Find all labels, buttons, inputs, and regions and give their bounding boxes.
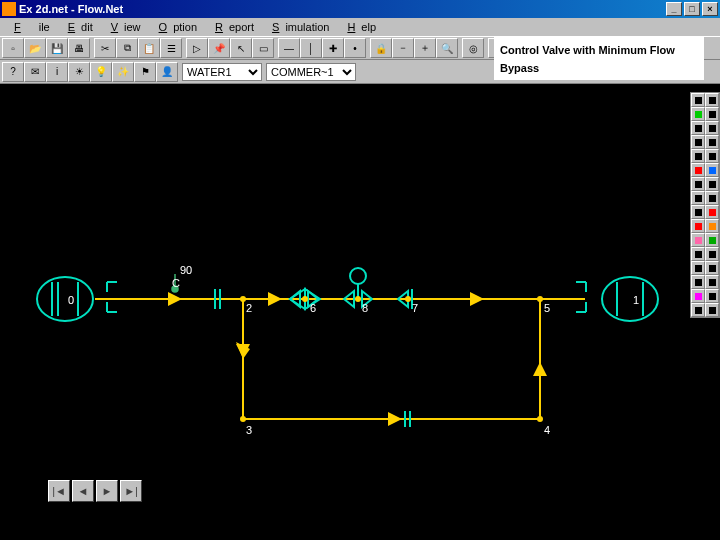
nav-prev-button[interactable]: ◄ xyxy=(72,480,94,502)
palette-omega-button[interactable] xyxy=(705,177,719,191)
svg-point-43 xyxy=(302,296,308,302)
bulb-button[interactable]: 💡 xyxy=(90,62,112,82)
menu-edit[interactable]: Edit xyxy=(56,20,99,34)
paste-icon: 📋 xyxy=(143,43,155,54)
menu-report[interactable]: Report xyxy=(203,20,260,34)
menu-view[interactable]: View xyxy=(99,20,147,34)
close-button[interactable]: × xyxy=(702,2,718,16)
svg-point-45 xyxy=(405,296,411,302)
nav-first-button[interactable]: |◄ xyxy=(48,480,70,502)
palette-blank-button[interactable] xyxy=(705,191,719,205)
node-button[interactable]: • xyxy=(344,38,366,58)
node-label-4: 4 xyxy=(544,424,550,436)
flag-button[interactable]: ⚑ xyxy=(134,62,156,82)
mix-icon xyxy=(709,265,716,272)
nav-last-button[interactable]: ►| xyxy=(120,480,142,502)
nav-controls: |◄ ◄ ► ►| xyxy=(48,480,142,502)
svg-point-44 xyxy=(355,296,361,302)
palette-burst-blue-button[interactable] xyxy=(705,163,719,177)
select-box-button[interactable]: ▭ xyxy=(252,38,274,58)
window-title: Ex 2d.net - Flow.Net xyxy=(19,3,664,15)
palette-red-up-button[interactable] xyxy=(705,205,719,219)
zoom-in-button[interactable]: ＋ xyxy=(414,38,436,58)
palette-pipe-button[interactable] xyxy=(691,121,705,135)
minimize-button[interactable]: _ xyxy=(666,2,682,16)
palette-arrow-button[interactable] xyxy=(691,93,705,107)
save-button[interactable]: 💾 xyxy=(46,38,68,58)
target-button[interactable]: ◎ xyxy=(462,38,484,58)
paste-button[interactable]: 📋 xyxy=(138,38,160,58)
open-file-button[interactable]: 📂 xyxy=(24,38,46,58)
palette-square-button[interactable] xyxy=(705,93,719,107)
palette-tank-button[interactable] xyxy=(705,149,719,163)
print-button[interactable]: 🖶 xyxy=(68,38,90,58)
sun-button[interactable]: ☀ xyxy=(68,62,90,82)
new-file-button[interactable]: ▫ xyxy=(2,38,24,58)
palette-green-x-button[interactable] xyxy=(705,233,719,247)
palette-blank3-button[interactable] xyxy=(705,303,719,317)
nav-next-button[interactable]: ► xyxy=(96,480,118,502)
select-box-icon: ▭ xyxy=(259,43,268,54)
palette-comp-button[interactable] xyxy=(691,177,705,191)
tree-button[interactable]: ☰ xyxy=(160,38,182,58)
zoom-out-button[interactable]: － xyxy=(392,38,414,58)
temp-value: 90 xyxy=(180,264,192,276)
tip-icon: ✉ xyxy=(31,66,39,77)
hline-button[interactable]: — xyxy=(278,38,300,58)
pushpin-icon: 📌 xyxy=(213,43,225,54)
sun-icon: ☀ xyxy=(75,66,84,77)
target-icon: ◎ xyxy=(469,43,478,54)
palette-pump-button[interactable] xyxy=(705,135,719,149)
palette-blank2-button[interactable] xyxy=(705,289,719,303)
tip-button[interactable]: ✉ xyxy=(24,62,46,82)
palette-chart-button[interactable] xyxy=(691,275,705,289)
palette-burst-red-button[interactable] xyxy=(691,163,705,177)
cv-icon xyxy=(695,139,702,146)
vline-button[interactable]: │ xyxy=(300,38,322,58)
palette-tank2-button[interactable] xyxy=(691,247,705,261)
palette-valve-button[interactable] xyxy=(705,121,719,135)
zoom-out-icon: － xyxy=(398,41,408,55)
palette-wave-button[interactable] xyxy=(691,191,705,205)
palette-mix-button[interactable] xyxy=(705,261,719,275)
green-x-icon xyxy=(709,237,716,244)
palette-pink-button[interactable] xyxy=(691,233,705,247)
node-label-6: 6 xyxy=(310,302,316,314)
svg-point-47 xyxy=(240,416,246,422)
pointer-button[interactable]: ↖ xyxy=(230,38,252,58)
hx-icon xyxy=(709,251,716,258)
profile-combo[interactable]: COMMER~1 xyxy=(266,63,356,81)
palette-red-sq-button[interactable] xyxy=(691,219,705,233)
palette-circle-green-button[interactable] xyxy=(691,107,705,121)
square-icon xyxy=(709,97,716,104)
fluid-combo[interactable]: WATER1 xyxy=(182,63,262,81)
diagram-canvas[interactable]: 90 C 0 2 6 8 7 5 1 3 4 xyxy=(0,84,690,504)
copy-button[interactable]: ⧉ xyxy=(116,38,138,58)
palette-hx-button[interactable] xyxy=(705,247,719,261)
palette-cv-button[interactable] xyxy=(691,135,705,149)
node-label-2: 2 xyxy=(246,302,252,314)
palette-curve-button[interactable] xyxy=(691,205,705,219)
zoom-lock-button[interactable]: 🔒 xyxy=(370,38,392,58)
menu-option[interactable]: Option xyxy=(147,20,203,34)
person-button[interactable]: 👤 xyxy=(156,62,178,82)
palette-flag-p-button[interactable] xyxy=(691,289,705,303)
palette-N-button[interactable] xyxy=(705,107,719,121)
palette-orange-button[interactable] xyxy=(705,219,719,233)
wand-button[interactable]: ✨ xyxy=(112,62,134,82)
menu-simulation[interactable]: Simulation xyxy=(260,20,335,34)
pipe-cross-button[interactable]: ✚ xyxy=(322,38,344,58)
find-button[interactable]: 🔍 xyxy=(436,38,458,58)
menu-help[interactable]: Help xyxy=(335,20,382,34)
palette-split-button[interactable] xyxy=(691,261,705,275)
palette-end-button[interactable] xyxy=(705,275,719,289)
menu-file[interactable]: File xyxy=(2,20,56,34)
help-button[interactable]: ? xyxy=(2,62,24,82)
info-button[interactable]: i xyxy=(46,62,68,82)
cut-button[interactable]: ✂ xyxy=(94,38,116,58)
play-button[interactable]: ▷ xyxy=(186,38,208,58)
palette-bars-button[interactable] xyxy=(691,303,705,317)
pushpin-button[interactable]: 📌 xyxy=(208,38,230,58)
palette-tee-button[interactable] xyxy=(691,149,705,163)
maximize-button[interactable]: □ xyxy=(684,2,700,16)
